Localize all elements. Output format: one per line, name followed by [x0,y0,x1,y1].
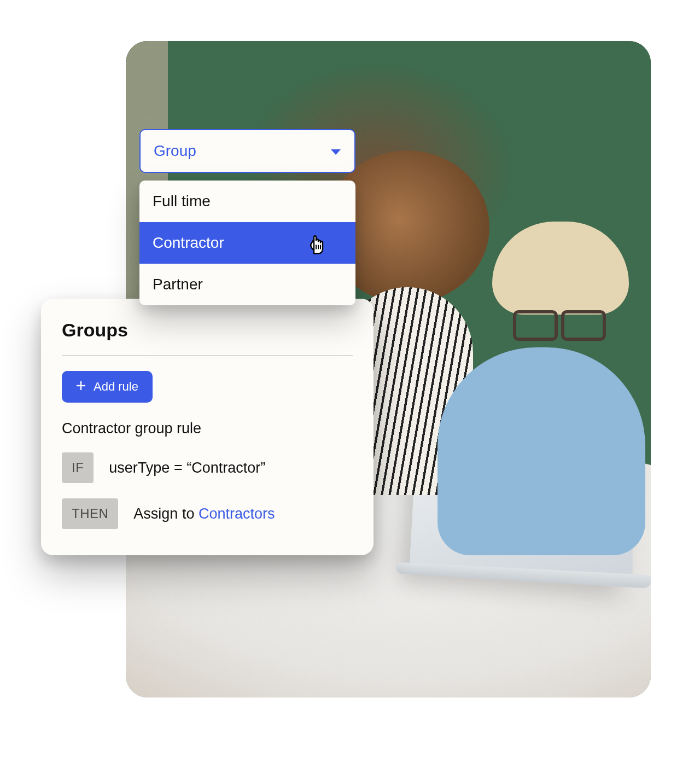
if-expression: userType = “Contractor” [109,460,265,476]
group-dropdown-control[interactable]: Group [139,129,355,173]
dropdown-item-label: Partner [153,276,203,293]
groups-card: Groups Add rule Contractor group rule IF… [41,299,374,555]
groups-title: Groups [62,319,353,341]
if-token: IF [62,452,94,483]
then-expression: Assign to Contractors [133,505,275,522]
chevron-down-icon [330,142,341,160]
dropdown-item-label: Contractor [153,234,224,251]
add-rule-label: Add rule [94,380,138,394]
add-rule-button[interactable]: Add rule [62,371,153,403]
divider [62,355,353,356]
then-token: THEN [62,498,118,529]
dropdown-item-label: Full time [153,193,211,210]
rule-if-row: IF userType = “Contractor” [62,452,353,483]
dropdown-item-full-time[interactable]: Full time [139,181,355,222]
pointer-cursor-icon [306,229,329,255]
laptop-illustration [410,425,634,579]
group-dropdown: Group Full time Contractor Partner [139,129,355,305]
group-dropdown-label: Group [154,142,196,160]
rule-title: Contractor group rule [62,420,353,437]
dropdown-item-contractor[interactable]: Contractor [139,222,355,264]
plus-icon [76,380,86,394]
rule-then-row: THEN Assign to Contractors [62,498,353,529]
group-dropdown-list: Full time Contractor Partner [139,181,355,305]
then-prefix: Assign to [133,505,199,522]
dropdown-item-partner[interactable]: Partner [139,264,355,305]
contractors-link[interactable]: Contractors [199,505,275,522]
